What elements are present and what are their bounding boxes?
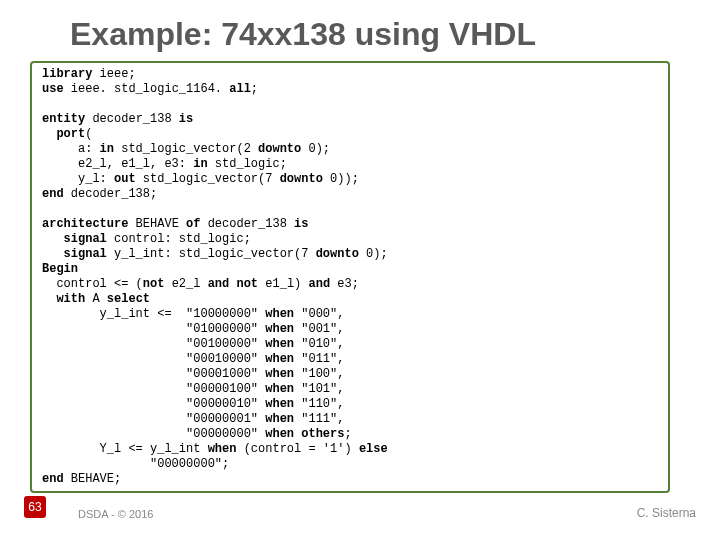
slide-number-badge: 63 <box>24 496 46 518</box>
code-block: library ieee; use ieee. std_logic_1164. … <box>42 67 658 487</box>
footer-right-text: C. Sisterna <box>637 506 696 520</box>
code-box: library ieee; use ieee. std_logic_1164. … <box>30 61 670 493</box>
slide-container: Example: 74xx138 using VHDL library ieee… <box>0 0 720 540</box>
footer-left-text: DSDA - © 2016 <box>78 508 153 520</box>
slide-title: Example: 74xx138 using VHDL <box>70 16 690 53</box>
